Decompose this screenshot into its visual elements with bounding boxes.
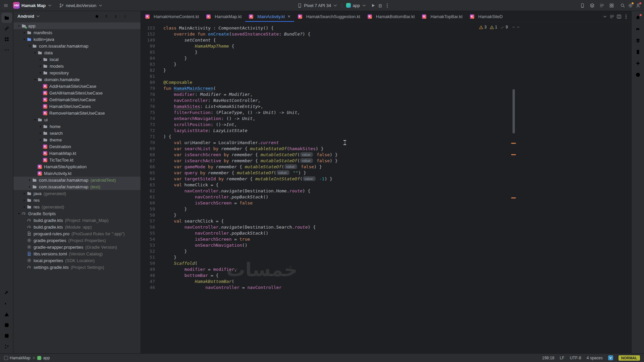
tab-hamaksited[interactable]: KHamakSiteD — [466, 11, 506, 22]
services-tool-button[interactable] — [1, 331, 12, 341]
project-view-selector[interactable]: Android — [17, 14, 34, 19]
tree-item-kotlin-java[interactable]: kotlin+java — [13, 36, 141, 43]
inspection-passed[interactable]: 9 — [500, 24, 508, 30]
gradle-tool-button[interactable] — [633, 24, 643, 34]
tree-item-getallhamaksitesusecase[interactable]: KGetAllHamakSitesUseCase — [13, 89, 141, 96]
tree-item-com-issasafar-hamakmap[interactable]: com.issasafar.hamakmap — [13, 43, 141, 49]
tree-item-proguard-rules-pro[interactable]: proguard-rules.pro(ProGuard Rules for ":… — [13, 230, 141, 237]
chevron-down-icon[interactable] — [27, 44, 32, 48]
device-selector[interactable]: Pixel 7 API 34 — [295, 2, 340, 9]
notifications-tool-button[interactable] — [633, 13, 643, 23]
tree-item-domain-hamaksite[interactable]: domain.hamaksite — [13, 76, 141, 83]
tree-item-gradle-properties[interactable]: gradle.properties(Project Properties) — [13, 237, 141, 244]
tree-item-local-properties[interactable]: local.properties(SDK Location) — [13, 257, 141, 264]
tab-hamakmap-kt[interactable]: KHamakMap.kt — [203, 11, 245, 22]
hide-panel-button[interactable] — [130, 12, 139, 20]
todo-tool-button[interactable] — [1, 320, 12, 330]
tree-item-search[interactable]: search — [13, 130, 141, 136]
hidden-tabs-icon[interactable] — [602, 14, 607, 19]
project-tool-button[interactable] — [1, 13, 12, 23]
project-widget[interactable]: HM Hamak Map — [11, 1, 54, 10]
chevron-down-icon[interactable] — [16, 212, 21, 216]
terminal-tool-button[interactable] — [1, 299, 12, 309]
tree-item-manifests[interactable]: manifests — [13, 29, 141, 36]
profile-avatar-icon[interactable] — [636, 3, 641, 8]
tree-item-destination[interactable]: KDestination — [13, 143, 141, 150]
chevron-down-icon[interactable] — [32, 78, 38, 81]
tree-item-mainactivity-kt[interactable]: KMainActivity.kt — [13, 170, 141, 177]
chevron-right-icon[interactable] — [21, 31, 27, 35]
collapse-all-button[interactable] — [112, 12, 120, 20]
tree-item-app[interactable]: app — [13, 22, 141, 29]
tree-item-hamaksiteusecases[interactable]: KHamakSiteUseCases — [13, 103, 141, 110]
chevron-down-icon[interactable] — [16, 24, 21, 28]
tree-item-res[interactable]: res(generated) — [13, 203, 141, 210]
tab-hamaksearchsuggestion-kt[interactable]: KHamakSearchSuggestion.kt — [294, 11, 364, 22]
tree-item-data[interactable]: data — [13, 49, 141, 56]
run-button[interactable] — [371, 3, 376, 8]
expand-all-button[interactable] — [102, 12, 110, 20]
more-tool-windows-tool-button[interactable] — [1, 45, 12, 55]
error-stripe-mark[interactable] — [511, 154, 516, 155]
main-menu-icon[interactable] — [3, 3, 8, 8]
debug-button[interactable] — [378, 3, 383, 8]
tab-hamakhomecontent-kt[interactable]: KHamakHomeContent.kt — [142, 11, 203, 22]
chevron-down-icon[interactable] — [21, 38, 27, 41]
editor-options-icon[interactable] — [624, 14, 629, 19]
more-run-options-icon[interactable] — [385, 3, 390, 8]
commit-tool-button[interactable] — [1, 23, 12, 34]
tree-item-gethamaksiteusecase[interactable]: KGetHamakSiteUseCase — [13, 96, 141, 103]
vim-plugin-icon[interactable]: V — [608, 355, 613, 360]
device-manager-icon[interactable] — [580, 3, 585, 8]
tree-item-theme[interactable]: theme — [13, 136, 141, 143]
locate-file-button[interactable] — [93, 12, 101, 20]
build-variants-tool-button[interactable] — [633, 36, 643, 46]
tree-item-repository[interactable]: repository — [13, 69, 141, 76]
error-stripe-mark[interactable] — [511, 197, 516, 198]
tab-hamaktopbar-kt[interactable]: KHamakTopBar.kt — [418, 11, 466, 22]
chevron-right-icon[interactable] — [27, 178, 32, 182]
tree-item-home[interactable]: home — [13, 123, 141, 130]
more-tools-icon[interactable] — [609, 3, 614, 8]
vcs-branch-widget[interactable]: newLibsVersion — [57, 2, 105, 9]
tree-item-local[interactable]: local — [13, 56, 141, 63]
build-tool-button[interactable] — [1, 288, 12, 298]
panel-options-button[interactable] — [121, 12, 129, 20]
chevron-right-icon[interactable] — [21, 205, 27, 209]
tree-item-gradle-scripts[interactable]: Gradle Scripts — [13, 210, 141, 217]
problems-tool-button[interactable] — [1, 309, 12, 319]
chevron-right-icon[interactable] — [38, 125, 43, 128]
editor-list-icon[interactable] — [609, 14, 614, 19]
tree-item-java[interactable]: java(generated) — [13, 190, 141, 197]
split-editor-icon[interactable] — [616, 14, 622, 19]
gemini-tool-button[interactable] — [633, 58, 643, 68]
chevron-right-icon[interactable] — [38, 58, 43, 61]
device-explorer-tool-button[interactable] — [633, 47, 643, 57]
chevron-down-icon[interactable] — [32, 51, 38, 55]
tree-item-tictactoe-kt[interactable]: KTicTacToe.kt — [13, 157, 141, 163]
version-control-tool-button[interactable] — [1, 342, 12, 352]
code-editor[interactable]: 153class MainActivity : ComponentActivit… — [141, 22, 631, 353]
chevron-right-icon[interactable] — [21, 198, 27, 202]
chevron-right-icon[interactable] — [21, 192, 27, 195]
tree-item-addhamaksiteusecase[interactable]: KAddHamakSiteUseCase — [13, 83, 141, 89]
tree-item-libs-versions-toml[interactable]: libs.versions.toml(Version Catalog) — [13, 250, 141, 257]
tree-item-hamaksiteapplication[interactable]: KHamakSiteApplication — [13, 163, 141, 170]
tree-item-ui[interactable]: ui — [13, 116, 141, 123]
inspection-weak-warning[interactable]: 1 — [490, 24, 497, 30]
settings-gear-icon[interactable] — [628, 3, 633, 8]
tree-item-models[interactable]: models — [13, 63, 141, 69]
tree-item-removehamaksiteusecase[interactable]: KRemoveHamakSiteUseCase — [13, 110, 141, 116]
breadcrumb-module[interactable]: HamakMap — [4, 356, 30, 360]
tab-mainactivity-kt[interactable]: KMainActivity.kt× — [245, 11, 294, 22]
breadcrumb-app[interactable]: app — [37, 356, 50, 360]
close-tab-icon[interactable]: × — [287, 14, 290, 19]
chevron-down-icon[interactable] — [32, 118, 38, 122]
line-ending-widget[interactable]: LF — [560, 356, 565, 360]
search-icon[interactable] — [620, 3, 625, 8]
previous-issue-icon[interactable] — [512, 25, 516, 29]
next-issue-icon[interactable] — [516, 25, 520, 29]
chevron-right-icon[interactable] — [38, 64, 43, 68]
chevron-down-icon[interactable] — [36, 14, 41, 19]
error-stripe-mark[interactable] — [511, 143, 516, 144]
